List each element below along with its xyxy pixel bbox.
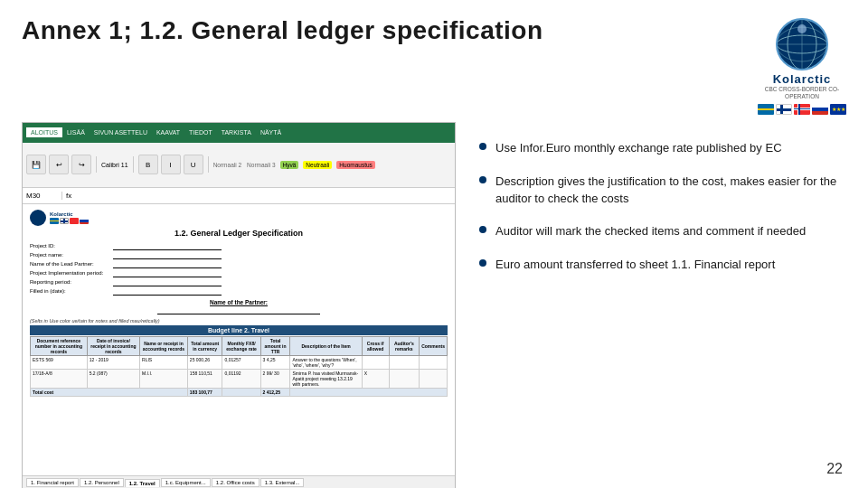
- table-row: 17/18-A/8 5.2 (087) M.I.I. 158 110,51 0,…: [31, 369, 448, 388]
- excel-redo-btn[interactable]: ↪: [71, 155, 91, 174]
- excel-italic-btn[interactable]: I: [161, 155, 181, 174]
- bullet-text-3: Auditor will mark the checked items and …: [495, 223, 806, 240]
- ribbon-tab-tarkista[interactable]: TARKISTA: [217, 127, 256, 137]
- gl-field-impl-period-value: [113, 270, 222, 277]
- ribbon-tab-nayta[interactable]: NÄYTÄ: [256, 127, 286, 137]
- cell-desc-1: Answer to the questions 'When', 'who', '…: [290, 355, 362, 369]
- bullet-dot-1: [479, 143, 486, 150]
- bullet-dot-4: [479, 259, 486, 267]
- main-content: ALOITUS LISÄÄ SIVUN ASETTELU KAAVAT TIED…: [0, 122, 868, 488]
- col-total-ttr: Total amount in TTR: [260, 336, 290, 355]
- excel-toolbar: 💾 ↩ ↪ Calibri 11 B I U Normaali 2 Normaa…: [23, 143, 455, 188]
- cell-total-ttr-1: 3 4,25: [260, 355, 290, 369]
- cell-total-ttr-total: 2 412,25: [260, 388, 290, 396]
- excel-bold-btn[interactable]: B: [138, 155, 158, 174]
- kolarctic-name: Kolarctic: [773, 72, 832, 86]
- cell-total-ttr-2: 2 99/ 30: [260, 369, 290, 388]
- sheet-tab-travel[interactable]: 1.2. Travel: [125, 479, 160, 487]
- kolarctic-subtitle: CBC CROSS-BORDER CO-OPERATION: [761, 86, 843, 101]
- sheet-tab-personnel[interactable]: 1.2. Personnel: [80, 478, 124, 487]
- budget-note: (Selts in Uue color ue/tain for notes an…: [30, 318, 448, 324]
- flag-finland-icon: [776, 104, 792, 115]
- cell-cross-1: [362, 355, 389, 369]
- cell-rate-1: 0,01257: [222, 355, 260, 369]
- gl-kolarctic-name: Kolarctic: [50, 211, 89, 217]
- gl-field-impl-period-label: Project Implementation period:: [30, 270, 111, 277]
- cell-cross-2: X: [362, 369, 389, 388]
- ribbon-tab-lisaa[interactable]: LISÄÄ: [62, 127, 90, 137]
- cell-rate-total: [222, 388, 260, 396]
- gl-field-project-name-label: Project name:: [30, 252, 111, 259]
- gl-flag-finland: [60, 218, 69, 224]
- flags-row: ★★★: [758, 104, 846, 115]
- cell-date-1: 12 - 2019: [87, 355, 139, 369]
- cell-remarks-1: [389, 355, 420, 369]
- col-comments: Comments: [420, 336, 448, 355]
- bullet-dot-3: [479, 226, 486, 233]
- gl-spec-document: Kolarctic 1.: [23, 204, 455, 488]
- page-title: Annex 1; 1.2. General ledger specificati…: [22, 16, 543, 45]
- gl-field-reporting-value: [113, 279, 222, 286]
- col-ref: Document reference number in accounting …: [31, 336, 88, 355]
- style-normal: Normaali 2: [213, 162, 241, 168]
- table-row: ESTS 569 12 - 2019 RLIS 25 000,26 0,0125…: [31, 355, 448, 369]
- page-number: 22: [826, 461, 843, 477]
- excel-body: Kolarctic 1.: [23, 204, 455, 488]
- flag-sweden-icon: [758, 104, 774, 115]
- ribbon-tab-kaavat[interactable]: KAAVAT: [152, 127, 184, 137]
- col-date: Date of invoice/ receipt in accounting r…: [87, 336, 139, 355]
- gl-field-project-name-value: [113, 252, 222, 259]
- excel-underline-btn[interactable]: U: [184, 155, 203, 174]
- gl-field-project-id-value: [113, 243, 222, 250]
- cell-name-1: RLIS: [140, 355, 188, 369]
- globe-icon: [774, 16, 830, 72]
- cell-remarks-2: [389, 369, 420, 388]
- sheet-tab-office[interactable]: 1.2. Office costs: [212, 478, 259, 487]
- sheet-tab-external[interactable]: 1.3. External...: [260, 478, 305, 487]
- bullet-item-4: Euro amount transferred to sheet 1.1. Fi…: [479, 257, 846, 274]
- style-huono: Huomaustus: [336, 161, 375, 169]
- cell-total-curr-2: 158 110,51: [187, 369, 222, 388]
- sheet-tab-financial[interactable]: 1. Financial report: [26, 478, 79, 487]
- excel-screenshot: ALOITUS LISÄÄ SIVUN ASETTELU KAAVAT TIED…: [22, 122, 456, 488]
- budget-table: Document reference number in accounting …: [30, 336, 448, 397]
- partner-name-label: Name of the Partner:: [30, 299, 448, 305]
- cell-ref-1: ESTS 569: [31, 355, 88, 369]
- svg-point-7: [797, 24, 807, 33]
- col-rate: Monthly FX8/ exchange rate: [222, 336, 260, 355]
- gl-spec-title: 1.2. General Ledger Specification: [30, 229, 448, 238]
- col-remarks: Auditor's remarks: [389, 336, 420, 355]
- gl-field-lead-partner-value: [113, 261, 222, 268]
- bullet-text-1: Use Infor.Euro monthly exchange rate pub…: [495, 140, 782, 157]
- flag-russia-icon: [812, 104, 828, 115]
- col-desc: Description of the Item: [290, 336, 362, 355]
- budget-section-header: Budget line 2. Travel: [30, 325, 448, 335]
- col-cross: Cross if allowed: [362, 336, 389, 355]
- ribbon-tab-tiedot[interactable]: TIEDOT: [184, 127, 217, 137]
- gl-field-project-id-label: Project ID:: [30, 243, 111, 250]
- cell-total-curr-total: 183 100,77: [187, 388, 222, 396]
- flag-eu-icon: ★★★: [830, 104, 846, 115]
- gl-field-reporting-label: Reporting period:: [30, 279, 111, 286]
- excel-undo-btn[interactable]: ↩: [49, 155, 69, 174]
- col-total-curr: Total amount in currency: [187, 336, 222, 355]
- total-row: Total cost 183 100,77 2 412,25: [31, 388, 448, 396]
- cell-rate-2: 0,01192: [222, 369, 260, 388]
- sheet-tab-equipment[interactable]: 1.c. Equipment...: [161, 478, 211, 487]
- bullet-item-3: Auditor will mark the checked items and …: [479, 223, 846, 240]
- font-size: 11: [121, 162, 128, 168]
- bullets-area: Use Infor.Euro monthly exchange rate pub…: [470, 122, 846, 488]
- kolarctic-logo: Kolarctic CBC CROSS-BORDER CO-OPERATION …: [758, 16, 846, 115]
- page-container: Annex 1; 1.2. General ledger specificati…: [0, 0, 868, 488]
- excel-save-btn[interactable]: 💾: [26, 155, 46, 174]
- excel-formula-bar: M30 fx: [23, 188, 455, 204]
- ribbon-tab-aloitus[interactable]: ALOITUS: [26, 127, 62, 137]
- gl-meta-fields: Project ID: Project name: Name of the Le…: [30, 243, 448, 296]
- gl-field-filled-label: Filled in (date):: [30, 288, 111, 296]
- bullet-item-2: Description gives the justification to t…: [479, 174, 846, 208]
- cell-ref-2: 17/18-A/8: [31, 369, 88, 388]
- ribbon-tab-sivun[interactable]: SIVUN ASETTELU: [90, 127, 152, 137]
- col-name: Name or receipt in accounting records: [140, 336, 188, 355]
- formula-icon: fx: [66, 192, 71, 200]
- partner-name-value: [157, 307, 320, 314]
